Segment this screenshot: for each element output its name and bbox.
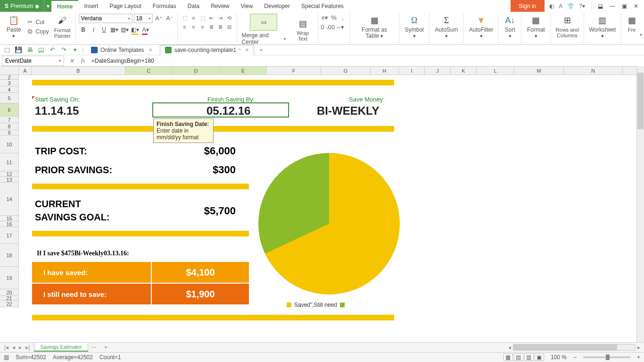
indent-dec-icon[interactable]: ⇤ xyxy=(207,14,216,22)
premium-badge[interactable]: S Premium ◆ xyxy=(0,0,44,12)
rows-columns-button[interactable]: ⊞ Rows and Columns xyxy=(554,14,581,39)
col-header-G[interactable]: G xyxy=(321,67,371,75)
sheet-nav-prev-icon[interactable]: ◂ xyxy=(11,344,17,351)
add-sheet-icon[interactable]: + xyxy=(100,344,111,351)
tab-view[interactable]: View xyxy=(235,0,259,12)
copy-button[interactable]: ⧉Copy xyxy=(25,27,51,36)
font-size-select[interactable]: 18▾ xyxy=(134,14,153,23)
tab-insert[interactable]: Insert xyxy=(78,0,104,12)
freeze-button[interactable]: ▦ Fre xyxy=(624,14,639,34)
col-header-B[interactable]: B xyxy=(32,67,125,75)
row-header-7[interactable]: 7 xyxy=(0,117,18,123)
cut-button[interactable]: ✂Cut xyxy=(25,18,51,26)
col-header-D[interactable]: D xyxy=(173,67,220,75)
orientation-icon[interactable]: ⟲ xyxy=(225,14,234,22)
view-normal-icon[interactable]: ▦ xyxy=(504,354,513,361)
help-icon[interactable]: ?▾ xyxy=(579,3,585,9)
col-header-F[interactable]: F xyxy=(267,67,321,75)
sheet-nav-next-icon[interactable]: ▸ xyxy=(17,344,23,351)
tab-special-features[interactable]: Special Features xyxy=(296,0,349,12)
row-header-18[interactable]: 18 xyxy=(0,244,18,267)
currency-icon[interactable]: ¤▾ xyxy=(321,14,329,21)
print-preview-icon[interactable]: 🕮 xyxy=(37,46,45,54)
row-header-9[interactable]: 9 xyxy=(0,130,18,135)
fill-color-button[interactable]: ◧▾ xyxy=(131,25,140,34)
view-page-icon[interactable]: ▤ xyxy=(514,354,523,361)
row-header-4[interactable]: 4 xyxy=(0,86,18,93)
tab-home[interactable]: Home xyxy=(51,0,78,12)
row-header-10[interactable]: 10 xyxy=(0,135,18,153)
dec-decimal-icon[interactable]: .00→ xyxy=(330,23,338,31)
close-tab-icon[interactable]: × xyxy=(246,47,249,53)
hscroll-left-icon[interactable]: ◂ xyxy=(506,344,513,351)
underline-button[interactable]: U xyxy=(99,25,109,34)
col-header-A[interactable]: A xyxy=(19,67,32,75)
col-header-L[interactable]: L xyxy=(477,67,514,75)
vertical-scrollbar[interactable] xyxy=(636,66,644,342)
autofilter-button[interactable]: ▼ AutoFilter ▾ xyxy=(467,14,495,40)
new-icon[interactable]: ▢ xyxy=(3,46,11,54)
format-as-table-button[interactable]: ▦ Format as Table ▾ xyxy=(353,14,396,40)
undo-icon[interactable]: ↶ xyxy=(48,46,57,54)
merge-center-button[interactable]: Merge and Center▾ xyxy=(240,32,288,46)
sign-in-button[interactable]: Sign in xyxy=(511,0,545,12)
row-header-2[interactable]: 2 xyxy=(0,75,18,80)
cell-grid[interactable]: Start Saving On: 11.14.15 Finish Saving … xyxy=(19,75,644,338)
row-header-5[interactable]: 5 xyxy=(0,93,18,103)
row-header-8[interactable]: 8 xyxy=(0,123,18,130)
col-header-E[interactable]: E xyxy=(220,67,267,75)
cell-style-button[interactable]: ▧▾ xyxy=(120,25,130,34)
qat-dropdown-icon[interactable]: ▾ xyxy=(71,46,79,54)
ribbon-collapse-icon[interactable]: ⬓ xyxy=(598,3,603,9)
row-header-19[interactable]: 19 xyxy=(0,267,18,289)
col-header-J[interactable]: J xyxy=(425,67,451,75)
row-header-12[interactable]: 12 xyxy=(0,171,18,177)
zoom-out-icon[interactable]: − xyxy=(573,354,577,361)
align-center-icon[interactable]: ≡ xyxy=(190,23,198,31)
skin-icon[interactable]: ◐ xyxy=(549,3,554,9)
percent-icon[interactable]: % xyxy=(330,14,338,21)
formula-input[interactable]: =DateSavingsBegin+180 xyxy=(89,58,644,64)
close-tab-icon[interactable]: × xyxy=(149,47,152,53)
font-color-button[interactable]: A▾ xyxy=(141,25,150,34)
select-all-corner[interactable] xyxy=(0,67,19,75)
bold-button[interactable]: B xyxy=(79,25,88,34)
zoom-in-icon[interactable]: + xyxy=(637,354,640,361)
italic-button[interactable]: I xyxy=(89,25,99,34)
doc-tab-current[interactable]: save-counting-template1 * × xyxy=(160,45,254,55)
app-menu-dropdown[interactable]: ▾ xyxy=(44,0,51,12)
justify-icon[interactable]: ≣ xyxy=(207,23,216,31)
tab-page-layout[interactable]: Page Layout xyxy=(104,0,147,12)
ribbon-overflow-icon[interactable]: ▾ xyxy=(640,32,642,37)
minimize-icon[interactable]: — xyxy=(610,3,615,9)
align-bottom-icon[interactable]: ⬚ xyxy=(198,14,207,22)
symbol-button[interactable]: Ω Symbol ▾ xyxy=(402,14,426,40)
row-header-15[interactable]: 15 xyxy=(0,216,18,221)
col-header-N[interactable]: N xyxy=(564,67,623,75)
align-top-icon[interactable]: ⬚ xyxy=(181,14,189,22)
cancel-formula-icon[interactable]: ✕ xyxy=(66,58,77,64)
format-button[interactable]: ▦ Format ▾ xyxy=(524,14,547,40)
merge-toggle-icon[interactable]: ⊟ xyxy=(225,23,234,31)
row-header-11[interactable]: 11 xyxy=(0,153,18,171)
zoom-slider[interactable] xyxy=(583,356,630,358)
redo-icon[interactable]: ↷ xyxy=(59,46,68,54)
align-left-icon[interactable]: ≡ xyxy=(181,23,189,31)
row-header-6[interactable]: 6 xyxy=(0,103,18,117)
number-format-icon[interactable]: ▾ xyxy=(339,23,347,31)
save-icon[interactable]: 💾 xyxy=(14,46,23,54)
fx-icon[interactable]: fx xyxy=(77,57,89,64)
row-header-14[interactable]: 14 xyxy=(0,183,18,216)
tab-review[interactable]: Review xyxy=(205,0,235,12)
format-painter-button[interactable]: 🖌 Format Painter xyxy=(52,14,73,40)
tab-formulas[interactable]: Formulas xyxy=(147,0,182,12)
view-break-icon[interactable]: ▥ xyxy=(524,354,534,361)
tab-developer[interactable]: Developer xyxy=(258,0,296,12)
col-header-H[interactable]: H xyxy=(371,67,399,75)
add-doc-tab-icon[interactable]: + xyxy=(257,47,266,53)
indent-inc-icon[interactable]: ⇥ xyxy=(216,14,225,22)
row-header-3[interactable]: 3 xyxy=(0,80,18,86)
grow-font-icon[interactable]: A⁺ xyxy=(154,14,164,23)
view-reading-icon[interactable]: ▣ xyxy=(535,354,544,361)
row-header-21[interactable]: 21 xyxy=(0,296,18,301)
